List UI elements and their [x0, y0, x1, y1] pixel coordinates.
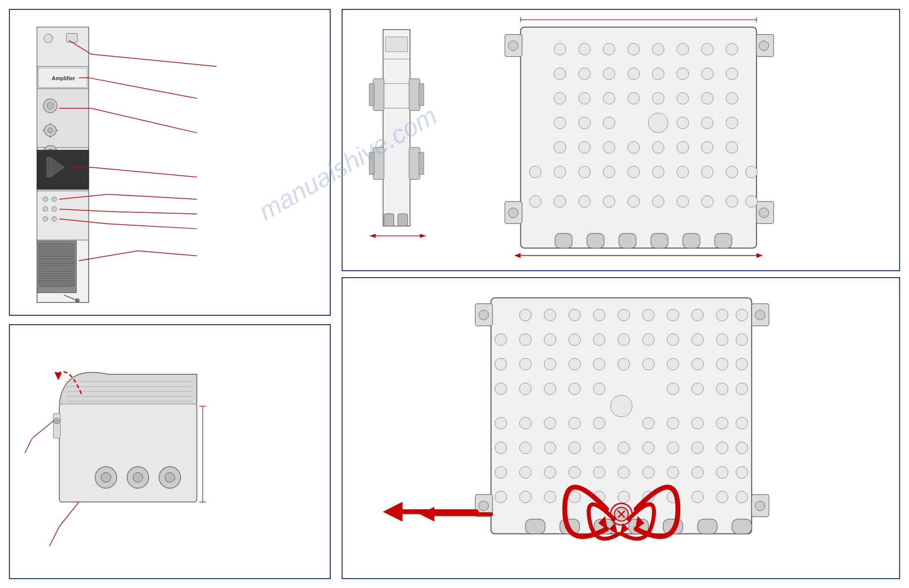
- svg-point-139: [702, 142, 713, 153]
- svg-point-184: [569, 309, 581, 321]
- svg-point-109: [726, 43, 738, 55]
- svg-point-211: [692, 358, 704, 370]
- svg-point-138: [677, 142, 689, 153]
- svg-point-121: [628, 93, 640, 104]
- svg-point-23: [43, 206, 48, 211]
- svg-point-247: [544, 466, 556, 478]
- svg-point-59: [101, 473, 111, 483]
- svg-point-116: [702, 68, 713, 80]
- svg-point-210: [667, 358, 679, 370]
- svg-point-219: [610, 395, 632, 417]
- panel-bottomleft: [9, 324, 331, 579]
- svg-point-175: [479, 310, 489, 320]
- svg-point-108: [702, 43, 713, 55]
- svg-rect-272: [698, 519, 717, 534]
- svg-point-244: [736, 442, 748, 454]
- svg-point-197: [618, 334, 630, 345]
- svg-point-207: [593, 358, 605, 370]
- svg-point-177: [479, 501, 489, 511]
- svg-point-149: [726, 166, 738, 178]
- rotation-diagram-svg: [343, 278, 899, 578]
- svg-point-218: [593, 383, 605, 395]
- svg-point-127: [579, 117, 591, 129]
- svg-point-186: [618, 309, 630, 321]
- svg-point-234: [495, 442, 507, 454]
- svg-point-221: [692, 383, 704, 395]
- svg-point-223: [736, 383, 748, 395]
- svg-point-199: [667, 334, 679, 345]
- svg-rect-30: [40, 258, 74, 264]
- svg-point-120: [603, 93, 615, 104]
- svg-rect-2: [66, 34, 77, 43]
- svg-point-129: [649, 113, 668, 133]
- svg-rect-164: [651, 234, 668, 248]
- svg-point-191: [736, 309, 748, 321]
- svg-point-179: [755, 310, 765, 320]
- svg-point-209: [643, 358, 655, 370]
- svg-point-196: [593, 334, 605, 345]
- svg-point-222: [716, 383, 728, 395]
- svg-point-261: [618, 491, 630, 503]
- svg-rect-81: [369, 84, 374, 106]
- svg-point-134: [579, 142, 591, 153]
- svg-point-140: [726, 142, 738, 153]
- svg-rect-6: [37, 89, 89, 147]
- svg-point-241: [667, 442, 679, 454]
- svg-line-41: [91, 108, 197, 133]
- svg-point-101: [759, 208, 769, 218]
- svg-point-230: [667, 417, 679, 429]
- svg-point-152: [554, 196, 566, 207]
- svg-point-231: [692, 417, 704, 429]
- svg-point-194: [544, 334, 556, 345]
- svg-line-45: [108, 195, 197, 199]
- svg-point-103: [579, 43, 591, 55]
- svg-point-147: [677, 166, 689, 178]
- svg-point-212: [716, 358, 728, 370]
- svg-point-8: [47, 102, 54, 109]
- page-container: manualshive.com Amplifier: [0, 0, 909, 588]
- svg-point-107: [677, 43, 689, 55]
- svg-point-195: [569, 334, 581, 345]
- svg-line-73: [59, 502, 79, 527]
- svg-point-253: [692, 466, 704, 478]
- svg-point-198: [643, 334, 655, 345]
- svg-point-182: [519, 309, 531, 321]
- svg-point-157: [677, 196, 689, 207]
- svg-point-264: [692, 491, 704, 503]
- svg-marker-70: [54, 372, 62, 380]
- svg-point-22: [52, 197, 57, 202]
- svg-point-181: [755, 501, 765, 511]
- svg-point-240: [643, 442, 655, 454]
- svg-point-25: [43, 216, 48, 221]
- svg-point-112: [603, 68, 615, 80]
- svg-point-136: [628, 142, 640, 153]
- svg-point-142: [554, 166, 566, 178]
- svg-rect-29: [40, 251, 74, 257]
- svg-point-239: [618, 442, 630, 454]
- svg-line-72: [25, 438, 32, 453]
- svg-point-216: [544, 383, 556, 395]
- svg-point-266: [736, 491, 748, 503]
- svg-point-185: [593, 309, 605, 321]
- svg-rect-85: [369, 152, 374, 175]
- svg-point-246: [519, 466, 531, 478]
- svg-point-187: [643, 309, 655, 321]
- svg-point-95: [508, 41, 518, 51]
- svg-rect-31: [40, 266, 74, 272]
- svg-point-248: [569, 466, 581, 478]
- svg-point-133: [554, 142, 566, 153]
- svg-point-202: [736, 334, 748, 345]
- svg-marker-283: [383, 502, 403, 522]
- svg-point-256: [495, 491, 507, 503]
- svg-rect-273: [732, 519, 752, 534]
- svg-point-115: [677, 68, 689, 80]
- svg-marker-169: [757, 253, 763, 258]
- svg-point-119: [579, 93, 591, 104]
- svg-point-229: [643, 417, 655, 429]
- svg-point-153: [579, 196, 591, 207]
- svg-line-49: [108, 224, 197, 229]
- svg-point-154: [603, 196, 615, 207]
- svg-rect-163: [619, 234, 636, 248]
- svg-rect-84: [373, 147, 384, 180]
- svg-point-125: [726, 93, 738, 104]
